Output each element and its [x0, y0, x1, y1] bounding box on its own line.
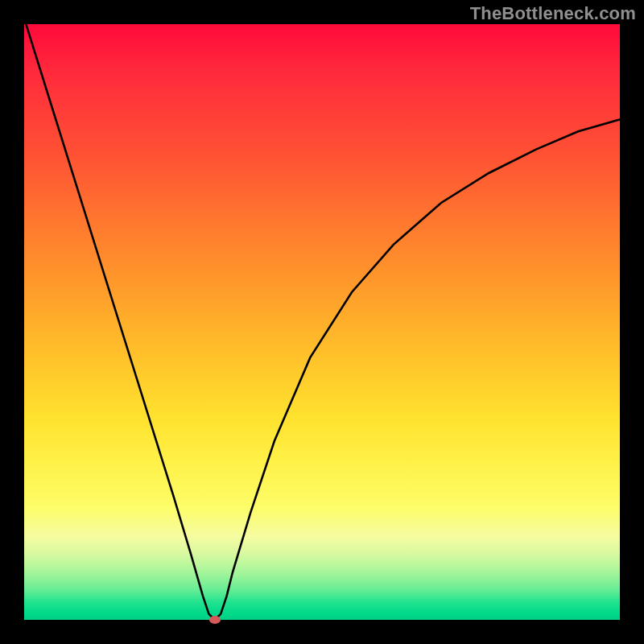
- bottleneck-curve-path: [24, 24, 620, 620]
- curve-svg: [24, 24, 620, 620]
- plot-area: [24, 24, 620, 620]
- minimum-marker-dot: [209, 616, 221, 624]
- watermark-text: TheBottleneck.com: [470, 3, 636, 24]
- chart-frame: TheBottleneck.com: [0, 0, 644, 644]
